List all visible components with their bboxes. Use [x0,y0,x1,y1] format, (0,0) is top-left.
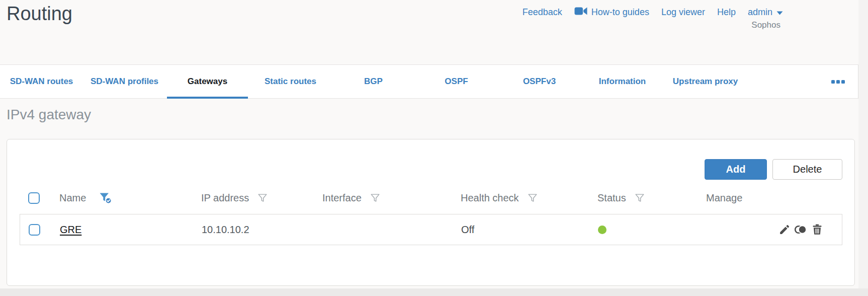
column-header-health-check: Health check [455,192,591,204]
page-title: Routing [7,1,72,26]
filter-funnel-icon[interactable] [257,192,268,203]
trash-icon[interactable] [811,224,823,236]
filter-funnel-icon[interactable] [634,192,645,203]
select-all-checkbox[interactable] [28,192,40,204]
edit-pencil-icon[interactable] [778,224,791,236]
tab-ospf[interactable]: OSPF [415,65,498,98]
filter-funnel-icon[interactable] [370,192,381,203]
brand-label: Sophos [751,20,780,30]
help-link[interactable]: Help [717,7,736,18]
tab-sd-wan-profiles[interactable]: SD-WAN profiles [83,65,166,98]
row-checkbox[interactable] [29,224,40,236]
clone-icon[interactable] [794,224,808,236]
row-select-cell [20,224,54,236]
manage-cell [701,224,842,236]
add-button[interactable]: Add [705,159,767,180]
table-toolbar: Add Delete [20,159,842,180]
table-body: GRE 10.10.10.2 Off [20,214,842,245]
gateway-name-link[interactable]: GRE [60,224,81,236]
column-header-ip-address: IP address [195,192,316,204]
table-header-row: Name IP address Interface Health check [20,189,842,206]
page-bottom-edge [0,288,868,296]
health-check-cell: Off [455,224,592,236]
column-header-status: Status [591,192,700,204]
filter-active-funnel-check-icon[interactable] [99,191,112,204]
table-row: GRE 10.10.10.2 Off [20,214,842,245]
tab-static-routes[interactable]: Static routes [249,65,332,98]
chevron-down-icon [776,7,783,18]
log-viewer-link[interactable]: Log viewer [661,7,705,18]
tab-gateways[interactable]: Gateways [166,65,249,98]
tab-sd-wan-routes[interactable]: SD-WAN routes [0,65,83,98]
header-links: Feedback How-to guides Log viewer Help a… [523,7,783,18]
section-title: IPv4 gateway [7,105,91,125]
admin-menu[interactable]: admin [748,7,783,18]
gateway-name-cell: GRE [54,224,196,236]
delete-button[interactable]: Delete [772,159,842,180]
status-green-dot [598,226,606,234]
filter-funnel-icon[interactable] [527,192,538,203]
tab-ospfv3[interactable]: OSPFv3 [498,65,581,98]
column-header-interface: Interface [316,192,455,204]
ip-address-cell: 10.10.10.2 [196,224,317,236]
select-all-cell [20,192,53,204]
tab-bgp[interactable]: BGP [332,65,415,98]
column-header-name: Name [53,191,195,204]
howto-guides-link[interactable]: How-to guides [574,7,649,18]
tab-information[interactable]: Information [581,65,664,98]
page-header: Routing Feedback How-to guides Log viewe… [0,0,868,64]
tab-bar: SD-WAN routes SD-WAN profiles Gateways S… [0,64,858,99]
tab-overflow-ellipsis-icon[interactable] [831,80,845,84]
video-camera-icon [574,7,587,18]
gateway-panel: Add Delete Name IP address Interface [7,139,855,286]
column-header-manage: Manage [700,192,842,204]
status-cell [592,226,701,234]
tab-upstream-proxy[interactable]: Upstream proxy [664,65,747,98]
feedback-link[interactable]: Feedback [523,7,562,18]
